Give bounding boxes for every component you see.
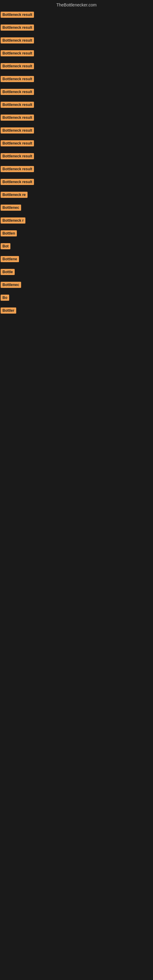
bottleneck-badge-22[interactable]: Bottlenec: [1, 282, 21, 288]
bottleneck-badge-8[interactable]: Bottleneck result: [1, 102, 34, 108]
badge-row-14: Bottleneck result: [0, 176, 153, 189]
bottleneck-badge-19[interactable]: Bot: [1, 243, 10, 249]
badge-row-18: Bottlen: [0, 227, 153, 240]
badge-row-24: Bottler: [0, 304, 153, 317]
badges-container: Bottleneck resultBottleneck resultBottle…: [0, 9, 153, 317]
bottleneck-badge-10[interactable]: Bottleneck result: [1, 127, 34, 134]
bottleneck-badge-7[interactable]: Bottleneck result: [1, 89, 34, 95]
bottleneck-badge-9[interactable]: Bottleneck result: [1, 115, 34, 121]
bottleneck-badge-5[interactable]: Bottleneck result: [1, 63, 34, 69]
badge-row-3: Bottleneck result: [0, 34, 153, 47]
badge-row-7: Bottleneck result: [0, 86, 153, 99]
badge-row-2: Bottleneck result: [0, 21, 153, 34]
bottleneck-badge-3[interactable]: Bottleneck result: [1, 37, 34, 43]
bottleneck-badge-13[interactable]: Bottleneck result: [1, 166, 34, 172]
badge-row-23: Bo: [0, 291, 153, 304]
bottleneck-badge-17[interactable]: Bottleneck r: [1, 218, 26, 224]
bottleneck-badge-16[interactable]: Bottlenec: [1, 205, 21, 211]
bottleneck-badge-1[interactable]: Bottleneck result: [1, 12, 34, 18]
bottleneck-badge-12[interactable]: Bottleneck result: [1, 153, 34, 159]
badge-row-4: Bottleneck result: [0, 47, 153, 60]
bottleneck-badge-6[interactable]: Bottleneck result: [1, 76, 34, 82]
bottleneck-badge-24[interactable]: Bottler: [1, 307, 16, 313]
badge-row-21: Bottle: [0, 266, 153, 279]
badge-row-12: Bottleneck result: [0, 150, 153, 163]
badge-row-13: Bottleneck result: [0, 163, 153, 176]
bottleneck-badge-11[interactable]: Bottleneck result: [1, 140, 34, 146]
bottleneck-badge-2[interactable]: Bottleneck result: [1, 24, 34, 30]
badge-row-5: Bottleneck result: [0, 60, 153, 73]
badge-row-9: Bottleneck result: [0, 111, 153, 124]
bottleneck-badge-15[interactable]: Bottleneck re: [1, 192, 27, 198]
page-container: TheBottlenecker.com Bottleneck resultBot…: [0, 0, 153, 980]
badge-row-11: Bottleneck result: [0, 137, 153, 150]
badge-row-1: Bottleneck result: [0, 9, 153, 21]
badge-row-15: Bottleneck re: [0, 189, 153, 202]
bottleneck-badge-4[interactable]: Bottleneck result: [1, 50, 34, 56]
bottleneck-badge-18[interactable]: Bottlen: [1, 230, 17, 236]
bottleneck-badge-14[interactable]: Bottleneck result: [1, 179, 34, 185]
badge-row-6: Bottleneck result: [0, 73, 153, 86]
badge-row-19: Bot: [0, 240, 153, 253]
badge-row-22: Bottlenec: [0, 279, 153, 291]
badge-row-17: Bottleneck r: [0, 215, 153, 227]
badge-row-8: Bottleneck result: [0, 99, 153, 111]
bottleneck-badge-20[interactable]: Bottlene: [1, 256, 19, 262]
bottleneck-badge-23[interactable]: Bo: [1, 294, 9, 301]
bottleneck-badge-21[interactable]: Bottle: [1, 269, 15, 275]
badge-row-10: Bottleneck result: [0, 124, 153, 137]
badge-row-20: Bottlene: [0, 253, 153, 266]
badge-row-16: Bottlenec: [0, 202, 153, 215]
site-title: TheBottlenecker.com: [0, 0, 153, 9]
